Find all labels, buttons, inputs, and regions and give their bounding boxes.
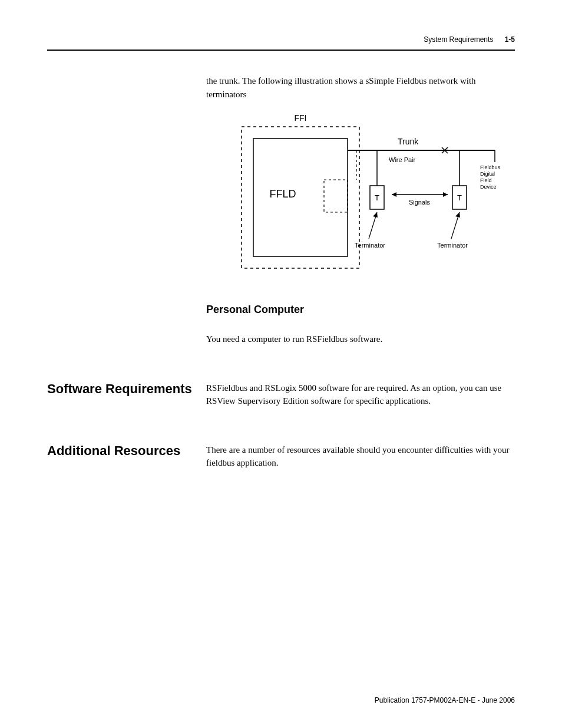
diagram-t1-label: T (375, 193, 379, 202)
diagram-terminator2-label: Terminator (437, 242, 468, 249)
page-header: System Requirements 1-5 (47, 35, 515, 51)
diagram-ffi-label: FFI (295, 115, 307, 123)
header-page-number: 1-5 (505, 35, 515, 44)
diagram-device-label: Fieldbus Digital Field Device (480, 164, 502, 190)
svg-marker-13 (443, 192, 448, 197)
publication-footer: Publication 1757-PM002A-EN-E - June 2006 (375, 696, 515, 704)
personal-computer-heading: Personal Computer (206, 304, 513, 316)
software-requirements-body: RSFieldbus and RSLogix 5000 software for… (206, 381, 515, 408)
diagram-wirepair-label: Wire Pair (389, 156, 416, 163)
diagram-trunk-label: Trunk (398, 137, 419, 146)
software-requirements-heading: Software Requirements (47, 381, 206, 397)
personal-computer-text: You need a computer to run RSFieldbus so… (206, 332, 513, 346)
svg-rect-2 (324, 180, 348, 212)
svg-rect-1 (253, 139, 348, 256)
svg-marker-15 (373, 212, 378, 218)
diagram-t2-label: T (457, 193, 462, 202)
intro-paragraph: the trunk. The following illustration sh… (206, 74, 513, 101)
header-section-title: System Requirements (424, 35, 493, 44)
diagram-terminator1-label: Terminator (355, 242, 385, 249)
diagram-ffld-label: FFLD (270, 188, 296, 200)
svg-marker-17 (455, 212, 460, 218)
svg-marker-12 (392, 192, 396, 197)
diagram-signals-label: Signals (409, 199, 431, 206)
network-diagram: FFI FFLD Trunk Wire Pair (224, 115, 513, 274)
additional-resources-heading: Additional Resources (47, 443, 206, 459)
svg-rect-0 (242, 127, 359, 268)
additional-resources-body: There are a number of resources availabl… (206, 443, 515, 470)
